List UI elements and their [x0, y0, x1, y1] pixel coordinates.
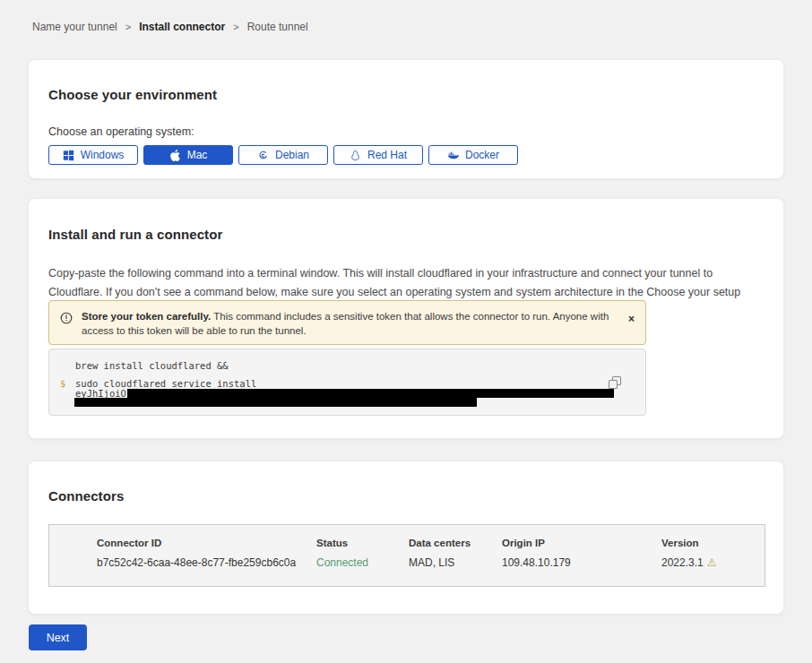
docker-icon	[447, 150, 459, 161]
code-line-brew-install: brew install cloudflared &&	[75, 360, 229, 371]
shell-prompt: $	[60, 378, 65, 389]
cell-connector-id: b7c52c42-6caa-48ee-8c77-fbe259cb6c0a	[97, 556, 316, 569]
header-data-centers: Data centers	[409, 538, 502, 548]
connector-row: b7c52c42-6caa-48ee-8c77-fbe259cb6c0a Con…	[97, 556, 764, 569]
token-warning-banner: Store your token carefully. This command…	[48, 300, 646, 345]
header-status: Status	[316, 538, 409, 548]
apple-icon	[169, 150, 181, 161]
version-number: 2022.3.1	[661, 556, 704, 569]
next-button[interactable]: Next	[29, 624, 87, 650]
os-button-debian[interactable]: Debian	[238, 145, 328, 165]
breadcrumb-name-your-tunnel[interactable]: Name your tunnel	[32, 21, 117, 33]
os-button-docker[interactable]: Docker	[428, 145, 518, 165]
token-warning-bold: Store your token carefully.	[82, 311, 211, 322]
redacted-token-bar	[127, 389, 614, 398]
breadcrumb: Name your tunnel > Install connector > R…	[32, 21, 308, 33]
os-button-label: Docker	[465, 149, 499, 161]
cell-origin-ip: 109.48.10.179	[502, 556, 661, 569]
os-select-label: Choose an operating system:	[48, 125, 764, 138]
header-origin-ip: Origin IP	[502, 538, 661, 548]
breadcrumb-install-connector[interactable]: Install connector	[139, 21, 225, 33]
debian-icon	[257, 150, 269, 161]
os-button-mac[interactable]: Mac	[143, 145, 233, 165]
cell-data-centers: MAD, LIS	[409, 556, 502, 569]
install-command-code-block: brew install cloudflared && $ sudo cloud…	[48, 349, 646, 416]
install-connector-card: Install and run a connector Copy-paste t…	[28, 198, 784, 439]
redhat-linux-icon	[350, 150, 361, 161]
breadcrumb-route-tunnel[interactable]: Route tunnel	[247, 21, 308, 33]
header-connector-id: Connector ID	[97, 538, 316, 548]
redacted-token-bar	[74, 398, 477, 407]
tunnel-setup-page: Name your tunnel > Install connector > R…	[0, 0, 812, 663]
connectors-table-header: Connector ID Status Data centers Origin …	[97, 538, 764, 548]
token-warning-text: Store your token carefully. This command…	[82, 309, 613, 338]
version-warning-icon: ⚠	[707, 556, 717, 569]
os-button-label: Mac	[187, 149, 208, 161]
choose-environment-card: Choose your environment Choose an operat…	[28, 59, 784, 179]
connectors-card: Connectors Connector ID Status Data cent…	[28, 461, 784, 615]
windows-icon	[63, 150, 74, 161]
os-button-group: Windows Mac Debian Red Hat	[48, 145, 764, 165]
os-button-redhat[interactable]: Red Hat	[333, 145, 423, 165]
os-button-label: Windows	[81, 149, 125, 161]
os-button-label: Debian	[275, 149, 309, 161]
header-version: Version	[661, 538, 764, 548]
connector-card-title: Install and run a connector	[48, 227, 764, 242]
cell-status: Connected	[316, 556, 409, 569]
warning-close-button[interactable]: ×	[628, 314, 635, 324]
cell-version: 2022.3.1⚠	[661, 556, 764, 569]
alert-circle-icon	[60, 312, 73, 324]
copy-command-button[interactable]	[608, 375, 623, 391]
breadcrumb-separator: >	[233, 22, 238, 32]
os-button-label: Red Hat	[367, 149, 407, 161]
connectors-card-title: Connectors	[48, 488, 764, 504]
environment-card-title: Choose your environment	[48, 87, 764, 102]
copy-icon	[608, 375, 623, 391]
os-button-windows[interactable]: Windows	[48, 145, 138, 165]
connectors-table: Connector ID Status Data centers Origin …	[48, 524, 765, 587]
breadcrumb-separator: >	[125, 22, 131, 32]
